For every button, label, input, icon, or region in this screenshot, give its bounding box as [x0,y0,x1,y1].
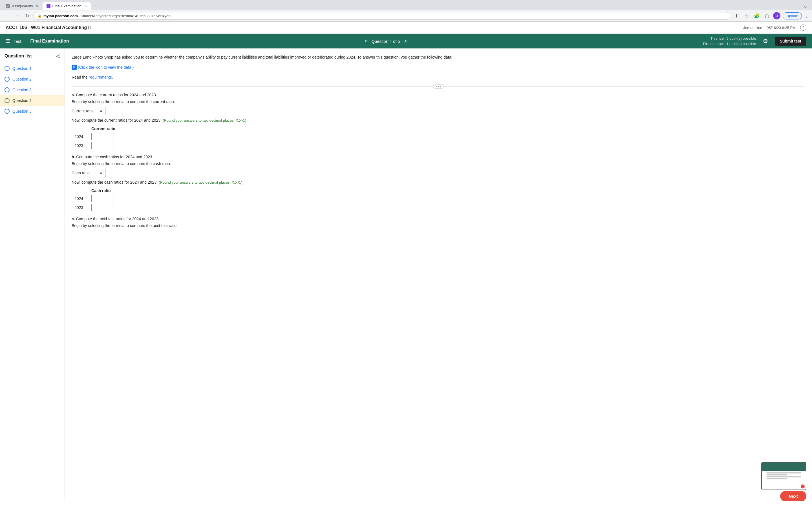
divider-line-left [71,86,433,87]
tab-assignments[interactable]: A Assignments ✕ [2,2,42,10]
cash-ratio-table: Cash ratio 2024 2023 [71,187,117,212]
tab-label-final: Final Examination [52,4,81,8]
year-2023-label: 2023 [71,141,89,150]
cash-ratio-table-header: Cash ratio [89,187,117,194]
section-b-label: b. [71,155,75,159]
test-info: This test: 5 point(s) possible This ques… [703,36,756,47]
tab-bar: A Assignments ✕ P Final Examination ✕ + … [0,0,812,10]
address-bar[interactable]: 🔒 mylab.pearson.com /Student/PlayerTest.… [33,12,730,20]
data-link-label: (Click the icon to view the data.) [78,64,134,70]
data-link[interactable]: ⊞ (Click the icon to view the data.) [71,64,134,70]
table-row: 2024 [71,194,117,203]
datetime: 05/16/23 6:25 PM [767,25,796,30]
question5-label: Question 5 [12,109,32,114]
sidebar-item-question3[interactable]: Question 3 [0,84,64,95]
extensions-icon[interactable]: 🧩 [753,12,761,20]
question4-circle [4,98,10,103]
sidebar-title: Question list [4,54,32,59]
user-name: Jordan Hue [743,25,762,30]
app-header: ACCT 106 - W01 Financial Accounting II J… [0,22,812,34]
question-counter: Question 4 of 5 [371,39,400,44]
prev-question-button[interactable]: < [364,38,368,44]
thumbnail-content [762,462,806,490]
cash-ratio-label: Cash ratio [71,171,97,175]
question2-label: Question 2 [12,77,32,81]
reload-button[interactable]: ↻ [23,12,31,20]
section-a-round-note-text: (Round your answers to two decimal place… [163,118,246,122]
cash-ratio-2023-input[interactable] [91,204,114,211]
thumbnail-overlay[interactable] [761,462,806,490]
next-question-button[interactable]: > [404,38,407,44]
settings-icon[interactable]: ⚙ [763,38,768,45]
thumb-line [766,478,788,480]
cash-ratio-2024-input[interactable] [91,195,114,202]
bookmark-icon[interactable]: ☆ [743,12,751,20]
sidebar-item-question5[interactable]: Question 5 [0,106,64,117]
help-icon[interactable]: ? [800,24,806,31]
section-a-text: Compute the current ratios for 2024 and … [76,93,157,97]
lock-icon: 🔒 [38,14,42,18]
question-main-text: Large Land Photo Shop has asked you to d… [71,54,805,60]
test-name: Final Examination [31,39,69,44]
collapse-sidebar-icon[interactable]: ◁ [56,53,60,59]
sidebar-header: Question list ◁ [0,53,64,63]
share-icon[interactable]: ⬆ [732,12,741,20]
tab-close-assignments[interactable]: ✕ [36,4,38,8]
tab-favicon-final: P [47,4,50,8]
header-right: Jordan Hue 05/16/23 6:25 PM ? [743,24,806,31]
address-bar-actions: ⬆ ☆ 🧩 ▢ J Update ⋮ [732,12,809,20]
cash-ratio-formula-input[interactable] [105,169,229,177]
back-button[interactable]: ← [3,12,11,20]
submit-test-button[interactable]: Submit test [775,37,806,46]
url-path: /Student/PlayerTest.aspx?testId=24976533… [80,14,170,18]
forward-button[interactable]: → [13,12,21,20]
thumbnail-close-icon[interactable] [801,485,805,489]
question3-label: Question 3 [12,88,32,92]
requirements-link[interactable]: requirements [89,75,112,79]
sidebar: Question list ◁ Question 1 Question 2 Qu… [0,48,65,502]
table-row: 2024 [71,132,118,141]
this-question-info: This question: 1 point(s) possible [703,41,756,47]
table-row: 2023 [71,203,117,212]
next-button[interactable]: Next [780,491,806,501]
app-title: ACCT 106 - W01 Financial Accounting II [6,25,91,30]
sidebar-item-question1[interactable]: Question 1 [0,63,64,74]
cash-ratio-formula-row: Cash ratio = [71,169,805,177]
question1-label: Question 1 [12,66,32,71]
section-c-label: c. [71,217,75,221]
new-tab-button[interactable]: + [91,2,99,10]
current-ratio-table: Current ratio 2024 2023 [71,125,118,150]
profile-icon[interactable]: J [773,12,780,19]
menu-icon[interactable]: ☰ [6,38,10,44]
tab-label-assignments: Assignments [12,4,33,8]
test-prefix: Test: [13,39,22,44]
sidebar-item-question2[interactable]: Question 2 [0,74,64,84]
divider: • • • [71,84,805,89]
question5-circle [4,109,10,114]
current-ratio-2024-input[interactable] [91,133,114,140]
test-nav-bar: ☰ Test: Final Examination < Question 4 o… [0,34,812,48]
year-2024-label: 2024 [71,132,89,141]
requirements-row: Read the requirements. [71,74,805,80]
tab-final-exam[interactable]: P Final Examination ✕ [43,2,91,10]
tab-close-final[interactable]: ✕ [84,4,87,8]
sidebar-item-question4[interactable]: Question 4 [0,95,64,106]
question2-circle [4,76,10,82]
tab-bar-collapse[interactable]: ⌄ [801,2,810,10]
browser-menu-icon[interactable]: ⋮ [804,13,809,19]
cash-year-2023-label: 2023 [71,203,89,212]
current-ratio-formula-input[interactable] [105,107,229,115]
current-ratio-formula-row: Current ratio = [71,107,805,115]
section-c-text: Compute the acid-test ratios for 2024 an… [76,217,160,221]
tab-favicon-assignments: A [6,4,10,8]
update-button[interactable]: Update [783,12,802,19]
section-b-title: b. Compute the cash ratios for 2024 and … [71,155,805,159]
section-a-label: a. [71,93,75,97]
section-a-begin: Begin by selecting the formula to comput… [71,100,805,104]
current-ratio-2023-input[interactable] [91,142,114,149]
data-table-icon: ⊞ [71,65,77,70]
split-view-icon[interactable]: ▢ [763,12,771,20]
main-layout: Question list ◁ Question 1 Question 2 Qu… [0,48,812,502]
thumb-line [766,476,802,477]
divider-line-right [444,86,805,87]
